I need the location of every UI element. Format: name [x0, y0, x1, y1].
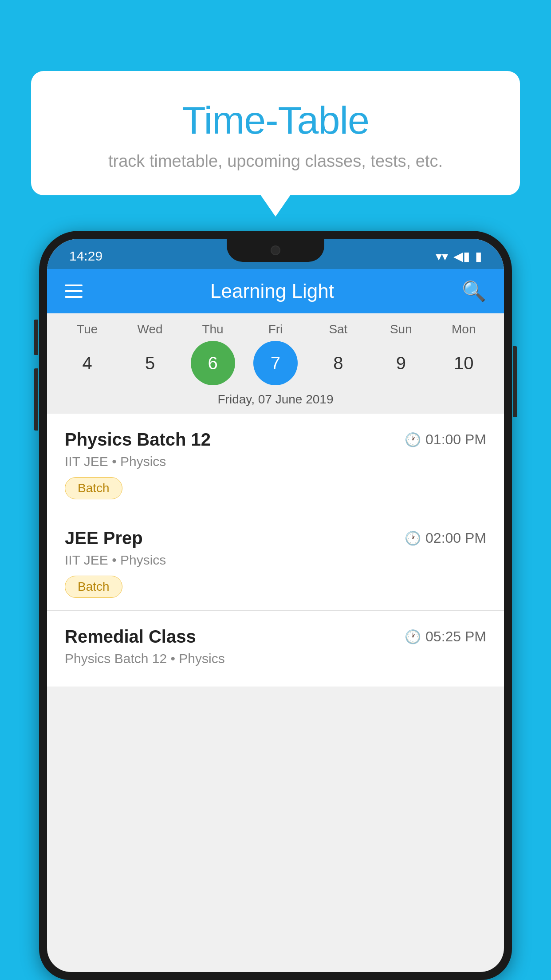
- schedule-item-1-time: 🕐 01:00 PM: [405, 431, 486, 448]
- selected-date-label: Friday, 07 June 2019: [47, 392, 504, 414]
- signal-icon: ◀▮: [453, 249, 470, 264]
- day-4[interactable]: 4: [65, 341, 110, 385]
- schedule-item-1-subtitle: IIT JEE • Physics: [65, 454, 486, 469]
- schedule-item-1-time-value: 01:00 PM: [425, 431, 486, 448]
- page-subtitle: track timetable, upcoming classes, tests…: [58, 152, 493, 171]
- schedule-item-1-badge: Batch: [65, 477, 122, 499]
- schedule-list: Physics Batch 12 🕐 01:00 PM IIT JEE • Ph…: [47, 414, 504, 687]
- schedule-item-2-time-value: 02:00 PM: [425, 530, 486, 546]
- day-header-wed: Wed: [128, 322, 172, 336]
- phone-notch: [227, 239, 324, 262]
- day-header-mon: Mon: [441, 322, 486, 336]
- schedule-item-1-title: Physics Batch 12: [65, 430, 211, 450]
- schedule-item-2-header: JEE Prep 🕐 02:00 PM: [65, 528, 486, 548]
- phone-btn-volume-up: [34, 320, 38, 355]
- phone-btn-volume-down: [34, 368, 38, 431]
- schedule-item-2-title: JEE Prep: [65, 528, 143, 548]
- schedule-item-3-time-value: 05:25 PM: [425, 628, 486, 645]
- schedule-item-2-time: 🕐 02:00 PM: [405, 530, 486, 546]
- battery-icon: ▮: [475, 249, 482, 264]
- page-title: Time-Table: [58, 98, 493, 143]
- phone-frame: 14:29 ▾▾ ◀▮ ▮ Learning Light 🔍: [39, 231, 512, 980]
- phone-screen: 14:29 ▾▾ ◀▮ ▮ Learning Light 🔍: [47, 239, 504, 972]
- day-6-today[interactable]: 6: [191, 341, 235, 385]
- wifi-icon: ▾▾: [436, 249, 448, 264]
- day-header-sat: Sat: [316, 322, 360, 336]
- app-title: Learning Light: [210, 280, 334, 302]
- search-icon[interactable]: 🔍: [462, 280, 486, 303]
- day-5[interactable]: 5: [128, 341, 172, 385]
- schedule-item-3-time: 🕐 05:25 PM: [405, 628, 486, 645]
- schedule-item-3[interactable]: Remedial Class 🕐 05:25 PM Physics Batch …: [47, 611, 504, 687]
- day-header-tue: Tue: [65, 322, 110, 336]
- app-bar: Learning Light 🔍: [47, 269, 504, 313]
- status-time: 14:29: [69, 249, 102, 264]
- status-icons: ▾▾ ◀▮ ▮: [436, 249, 482, 264]
- day-headers: Tue Wed Thu Fri Sat Sun Mon: [47, 322, 504, 336]
- day-10[interactable]: 10: [441, 341, 486, 385]
- schedule-item-2[interactable]: JEE Prep 🕐 02:00 PM IIT JEE • Physics Ba…: [47, 512, 504, 611]
- schedule-item-2-subtitle: IIT JEE • Physics: [65, 553, 486, 568]
- day-9[interactable]: 9: [379, 341, 423, 385]
- day-header-thu: Thu: [191, 322, 235, 336]
- speech-bubble: Time-Table track timetable, upcoming cla…: [31, 71, 520, 195]
- clock-icon-3: 🕐: [405, 629, 421, 644]
- schedule-item-3-header: Remedial Class 🕐 05:25 PM: [65, 627, 486, 647]
- day-header-sun: Sun: [379, 322, 423, 336]
- speech-bubble-container: Time-Table track timetable, upcoming cla…: [31, 71, 520, 195]
- day-numbers: 4 5 6 7 8 9 10: [47, 341, 504, 385]
- calendar-strip: Tue Wed Thu Fri Sat Sun Mon 4 5 6 7 8 9 …: [47, 313, 504, 414]
- camera: [271, 245, 280, 255]
- menu-icon[interactable]: [65, 285, 83, 298]
- schedule-item-2-badge: Batch: [65, 576, 122, 598]
- schedule-item-1-header: Physics Batch 12 🕐 01:00 PM: [65, 430, 486, 450]
- phone-btn-power: [513, 346, 517, 417]
- phone-container: 14:29 ▾▾ ◀▮ ▮ Learning Light 🔍: [39, 231, 512, 980]
- clock-icon-2: 🕐: [405, 530, 421, 546]
- schedule-item-1[interactable]: Physics Batch 12 🕐 01:00 PM IIT JEE • Ph…: [47, 414, 504, 512]
- schedule-item-3-subtitle: Physics Batch 12 • Physics: [65, 651, 486, 666]
- day-8[interactable]: 8: [316, 341, 360, 385]
- clock-icon-1: 🕐: [405, 432, 421, 447]
- schedule-item-3-title: Remedial Class: [65, 627, 196, 647]
- day-7-selected[interactable]: 7: [253, 341, 298, 385]
- day-header-fri: Fri: [253, 322, 298, 336]
